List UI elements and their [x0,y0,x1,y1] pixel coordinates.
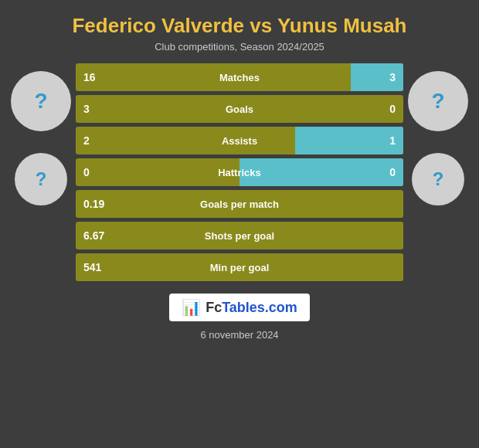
left-avatar-bottom: ? [15,153,67,205]
goals-per-match-left-val: 0.19 [76,198,118,210]
goals-per-match-bar: 0.19 Goals per match [76,190,403,218]
date-text: 6 november 2024 [200,329,278,341]
comparison-subtitle: Club competitions, Season 2024/2025 [155,41,324,53]
goals-label: Goals [114,104,365,115]
matches-bar: 16 Matches 3 [76,63,403,91]
goals-bar: 3 Goals 0 [76,95,403,123]
hattricks-bar-text: 0 Hattricks 0 [76,158,403,186]
matches-label: Matches [114,72,365,83]
min-per-goal-bar: 541 Min per goal [76,253,403,281]
bars-area: 16 Matches 3 3 Goals 0 2 [76,63,403,281]
left-avatars: ? ? [11,63,71,205]
hattricks-right-val: 0 [365,166,403,178]
left-avatar-bottom-icon: ? [36,168,47,190]
hattricks-left-val: 0 [76,166,114,178]
matches-left-val: 16 [76,71,114,83]
logo-text: FcTables.com [206,300,297,316]
main-container: Federico Valverde vs Yunus Musah Club co… [0,0,479,448]
hattricks-label: Hattricks [114,167,365,178]
logo-chart-icon: 📊 [182,298,201,317]
logo-box: 📊 FcTables.com [169,294,310,321]
matches-right-val: 3 [365,71,403,83]
shots-per-goal-label: Shots per goal [118,230,361,242]
shots-per-goal-bar: 6.67 Shots per goal [76,222,403,249]
right-avatar-top-icon: ? [431,89,444,114]
assists-bar: 2 Assists 1 [76,127,403,154]
shots-per-goal-left-val: 6.67 [76,229,118,242]
goals-bar-text: 3 Goals 0 [76,95,403,123]
assists-bar-text: 2 Assists 1 [76,127,403,154]
goals-left-val: 3 [76,103,114,115]
assists-left-val: 2 [76,134,114,147]
comparison-title: Federico Valverde vs Yunus Musah [72,14,406,38]
goals-per-match-label: Goals per match [118,199,361,210]
right-avatar-top: ? [408,71,468,131]
min-per-goal-left-val: 541 [76,261,118,273]
right-avatars: ? ? [408,63,468,205]
goals-right-val: 0 [365,103,403,115]
right-avatar-bottom-icon: ? [433,168,444,190]
stats-section: ? ? 16 Matches 3 [0,63,479,281]
hattricks-bar: 0 Hattricks 0 [76,158,403,186]
left-avatar-top: ? [11,71,71,131]
assists-right-val: 1 [365,134,403,147]
left-avatar-top-icon: ? [34,89,47,114]
matches-bar-text: 16 Matches 3 [76,63,403,91]
min-per-goal-label: Min per goal [118,262,361,273]
assists-label: Assists [114,135,365,147]
right-avatar-bottom: ? [412,153,464,205]
